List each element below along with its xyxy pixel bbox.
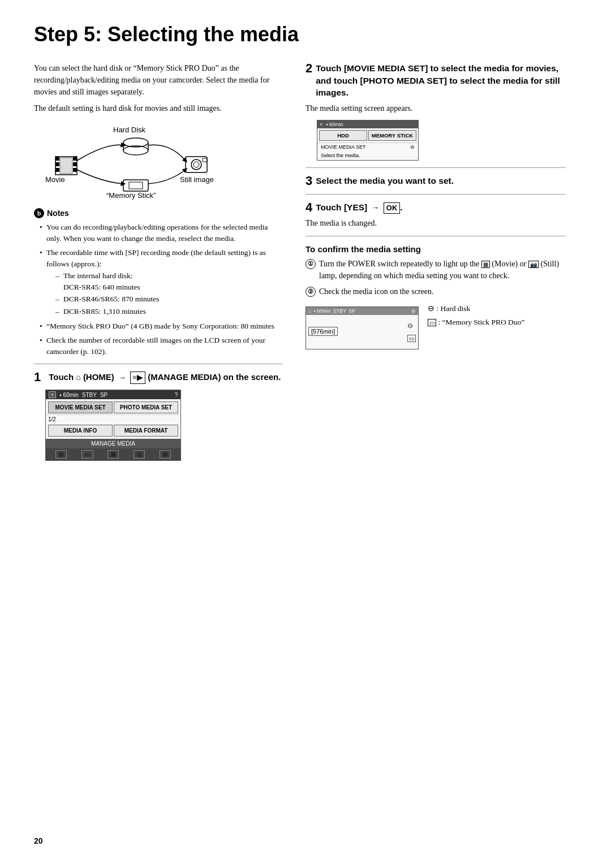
step-1-text: Touch ⌂ (HOME) → ≡▶ (MANAGE MEDIA) on th… bbox=[49, 371, 281, 384]
confirm-screen-area: ⌂ ▪ 60min STBY SP ⊖ [576min] ⊖ bbox=[306, 302, 566, 354]
confirm-item-1: ① Turn the POWER switch repeatedly to li… bbox=[306, 258, 566, 282]
sm3-right-icons: ⊖ ▭ bbox=[407, 322, 416, 342]
step-1-number: 1 bbox=[34, 371, 41, 383]
media-info-btn[interactable]: MEDIA INFO bbox=[48, 425, 113, 437]
confirm-list: ① Turn the POWER switch repeatedly to li… bbox=[306, 258, 566, 297]
step-3-number: 3 bbox=[306, 175, 312, 187]
sm3-memory-icon: ▭ bbox=[407, 334, 416, 342]
circle-1: ① bbox=[306, 259, 316, 269]
movie-lamp-icon: ▦ bbox=[481, 261, 490, 268]
step-3-header: 3 Select the media you want to set. bbox=[306, 175, 566, 187]
sm3-stby: STBY bbox=[333, 308, 347, 314]
step-4-header: 4 Touch [YES] → OK. bbox=[306, 201, 566, 214]
notes-list: You can do recording/playback/editing op… bbox=[34, 222, 283, 357]
sm3-topbar: ⌂ ▪ 60min STBY SP ⊖ bbox=[306, 307, 418, 315]
svg-rect-15 bbox=[203, 158, 207, 162]
arrow-icon: → bbox=[118, 372, 126, 383]
confirm-legend: ⊖ : Hard disk ▭ : “Memory Stick PRO Duo” bbox=[428, 302, 524, 330]
screen-footer: MANAGE MEDIA bbox=[46, 439, 180, 448]
page-indicator: 1/2 bbox=[48, 416, 56, 422]
svg-rect-10 bbox=[73, 168, 77, 172]
sm2-close[interactable]: × bbox=[320, 122, 322, 127]
mem-text: : “Memory Stick PRO Duo” bbox=[438, 318, 524, 326]
right-column: 2 Touch [MOVIE MEDIA SET] to select the … bbox=[306, 62, 566, 467]
home-icon: ⌂ bbox=[76, 372, 80, 383]
sm3-battery: ▪ 60min bbox=[313, 308, 330, 314]
sub-note-2: DCR-SR46/SR65: 870 minutes bbox=[55, 293, 283, 305]
svg-rect-11 bbox=[60, 158, 72, 174]
screen-mockup-3: ⌂ ▪ 60min STBY SP ⊖ [576min] ⊖ bbox=[306, 306, 419, 349]
screen-topbar-1: × ▪ 60min STBY SP ? bbox=[46, 390, 180, 399]
footer-icon-4[interactable]: ⊡ bbox=[134, 450, 145, 459]
svg-rect-8 bbox=[73, 157, 77, 161]
step-2-body: The media setting screen appears. bbox=[306, 102, 566, 114]
sm3-time: [576min] bbox=[308, 327, 338, 336]
footer-icon-3[interactable]: ⊞ bbox=[107, 450, 119, 459]
screen-mockup-2: × ▪ 60min HDD MEMORY STICK MOVIE MEDIA S… bbox=[317, 120, 419, 161]
sub-note-3: DCR-SR85: 1,310 minutes bbox=[55, 306, 283, 317]
help-btn[interactable]: ? bbox=[174, 392, 178, 398]
footer-icon-1[interactable]: ⊟ bbox=[55, 450, 67, 459]
confirm-item-2: ② Check the media icon on the screen. bbox=[306, 286, 566, 297]
media-format-btn[interactable]: MEDIA FORMAT bbox=[114, 425, 178, 437]
step-4-text: Touch [YES] → OK. bbox=[316, 201, 566, 214]
svg-point-13 bbox=[191, 159, 201, 170]
close-btn[interactable]: × bbox=[49, 391, 56, 398]
intro-paragraph: You can select the hard disk or “Memory … bbox=[34, 62, 283, 98]
sm2-icon: ⊖ bbox=[410, 144, 415, 150]
divider-3 bbox=[306, 194, 566, 195]
confirm-section: To confirm the media setting ① Turn the … bbox=[306, 244, 566, 354]
circle-2: ② bbox=[306, 287, 316, 297]
sm3-memory-box: ▭ bbox=[407, 335, 416, 342]
manage-label: (MANAGE MEDIA) on the screen. bbox=[148, 372, 281, 382]
diagram-svg bbox=[45, 126, 226, 199]
svg-rect-17 bbox=[129, 182, 143, 189]
sub-notes-list: The internal hard disk: DCR-SR45: 640 mi… bbox=[46, 270, 283, 317]
movie-media-set-btn[interactable]: MOVIE MEDIA SET bbox=[48, 401, 113, 413]
note-2: The recordable time with [SP] recording … bbox=[40, 247, 283, 317]
sm3-harddisk-icon: ⊖ bbox=[407, 322, 416, 330]
manage-icon: ≡▶ bbox=[130, 372, 145, 384]
stby-label: STBY bbox=[82, 392, 97, 398]
footer-icon-2[interactable]: ▭ bbox=[81, 450, 93, 459]
memory-btn[interactable]: MEMORY STICK bbox=[368, 130, 416, 141]
step-2-header: 2 Touch [MOVIE MEDIA SET] to select the … bbox=[306, 62, 566, 99]
still-lamp-icon: 📷 bbox=[528, 261, 539, 268]
mem-icon-label: ▭ bbox=[428, 319, 436, 326]
home-label: (HOME) bbox=[83, 372, 114, 382]
screen-row-1: MOVIE MEDIA SET PHOTO MEDIA SET bbox=[46, 399, 180, 414]
step-4-body: The media is changed. bbox=[306, 217, 566, 229]
svg-rect-5 bbox=[55, 157, 59, 161]
hd-text: : Hard disk bbox=[436, 304, 470, 313]
sub-note-1: The internal hard disk: DCR-SR45: 640 mi… bbox=[55, 270, 283, 292]
step-3-block: 3 Select the media you want to set. bbox=[306, 175, 566, 187]
hdd-btn[interactable]: HDD bbox=[319, 130, 367, 141]
confirm-text-1: Turn the POWER switch repeatedly to ligh… bbox=[319, 258, 566, 282]
step-4-block: 4 Touch [YES] → OK. The media is changed… bbox=[306, 201, 566, 229]
svg-rect-9 bbox=[73, 162, 77, 166]
footer-manage-label: MANAGE MEDIA bbox=[91, 441, 135, 447]
default-note: The default setting is hard disk for mov… bbox=[34, 102, 283, 114]
sm3-icon: ⊖ bbox=[411, 308, 416, 314]
step-1-block: 1 Touch ⌂ (HOME) → ≡▶ (MANAGE MEDIA) on … bbox=[34, 371, 283, 461]
legend-harddisk: ⊖ : Hard disk bbox=[428, 302, 524, 316]
sm3-home: ⌂ bbox=[308, 308, 311, 314]
step-2-block: 2 Touch [MOVIE MEDIA SET] to select the … bbox=[306, 62, 566, 161]
sm2-select-text: Select the media. bbox=[317, 151, 418, 160]
left-column: You can select the hard disk or “Memory … bbox=[34, 62, 283, 467]
step-2-number: 2 bbox=[306, 62, 312, 75]
ok-box: OK bbox=[384, 202, 401, 214]
footer-icon-5[interactable]: ⊟ bbox=[160, 450, 171, 459]
step-2-text: Touch [MOVIE MEDIA SET] to select the me… bbox=[316, 62, 566, 99]
sm2-battery: ▪ 60min bbox=[326, 122, 343, 127]
confirm-title: To confirm the media setting bbox=[306, 244, 566, 254]
sm3-side: [576min] bbox=[308, 327, 338, 338]
battery-icon: ▪ 60min bbox=[59, 392, 79, 398]
screen-page-row: 1/2 bbox=[46, 414, 180, 424]
screen-mockup-1: × ▪ 60min STBY SP ? MOVIE MEDIA SET PHOT… bbox=[45, 390, 181, 461]
svg-rect-6 bbox=[55, 162, 59, 166]
photo-media-set-btn[interactable]: PHOTO MEDIA SET bbox=[114, 401, 178, 413]
hd-icon-label: ⊖ bbox=[428, 304, 434, 313]
notes-icon: b bbox=[34, 208, 44, 218]
confirm-text-2: Check the media icon on the screen. bbox=[319, 286, 434, 297]
